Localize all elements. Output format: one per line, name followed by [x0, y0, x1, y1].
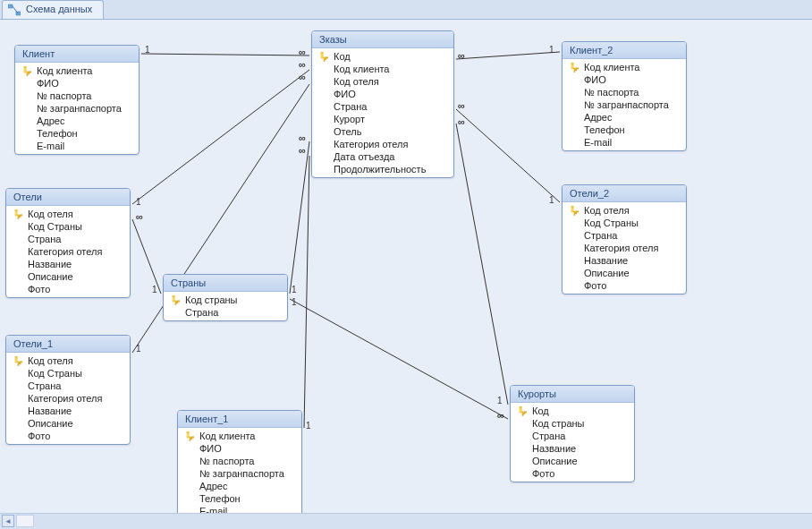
field[interactable]: Адрес — [178, 480, 301, 492]
table-title[interactable]: Клиент_2 — [562, 42, 686, 59]
rel-many: ∞ — [458, 50, 465, 61]
field[interactable]: Название — [6, 405, 130, 417]
field[interactable]: Код Страны — [6, 220, 130, 233]
field[interactable]: Описание — [511, 455, 634, 467]
field[interactable]: Страна — [6, 233, 130, 245]
field[interactable]: Код отеля — [312, 75, 453, 88]
field-pk[interactable]: Код страны — [164, 294, 287, 306]
field[interactable]: ФИО — [312, 88, 453, 100]
table-title[interactable]: Отели_2 — [562, 185, 686, 202]
table-strany[interactable]: СтраныКод страныСтрана — [163, 274, 288, 321]
field[interactable]: Код страны — [511, 417, 634, 430]
field[interactable]: № загранпаспорта — [562, 98, 686, 111]
rel-many: ∞ — [458, 116, 465, 127]
field[interactable]: Название — [511, 442, 634, 455]
field[interactable]: Отель — [312, 125, 453, 138]
field-list: Код отеляКод СтраныСтранаКатегория отеля… — [562, 202, 686, 294]
field-pk[interactable]: Код клиента — [15, 64, 139, 77]
table-title[interactable]: Клиент_1 — [178, 411, 301, 428]
field[interactable]: Адрес — [562, 111, 686, 124]
table-oteli2[interactable]: Отели_2Код отеляКод СтраныСтранаКатегори… — [562, 184, 687, 294]
field[interactable]: № загранпаспорта — [15, 102, 139, 115]
field[interactable]: Категория отеля — [562, 242, 686, 254]
field[interactable]: Курорт — [312, 113, 453, 125]
field[interactable]: Код Страны — [562, 217, 686, 229]
field[interactable]: Телефон — [562, 124, 686, 136]
table-klient[interactable]: КлиентКод клиентаФИО№ паспорта№ загранпа… — [14, 45, 140, 155]
table-klient2[interactable]: Клиент_2Код клиентаФИО№ паспорта№ загран… — [562, 41, 687, 151]
tab-relationships[interactable]: Схема данных — [2, 0, 104, 19]
field[interactable]: Код клиента — [312, 63, 453, 75]
field[interactable]: Категория отеля — [6, 392, 130, 405]
scroll-left-button[interactable]: ◄ — [2, 515, 14, 527]
field[interactable]: Страна — [6, 380, 130, 392]
field[interactable]: Фото — [6, 283, 130, 295]
field[interactable]: Телефон — [15, 127, 139, 140]
field-pk[interactable]: Код клиента — [562, 61, 686, 73]
rel-many: ∞ — [458, 100, 465, 111]
field[interactable]: E-mail — [15, 140, 139, 152]
rel-one: 1 — [549, 195, 554, 205]
rel-one: 1 — [145, 45, 150, 55]
field[interactable]: Описание — [562, 267, 686, 279]
rel-many: ∞ — [299, 132, 306, 143]
field[interactable]: Страна — [511, 430, 634, 442]
table-title[interactable]: Клиент — [15, 46, 139, 63]
table-zakazy[interactable]: ЗказыКодКод клиентаКод отеляФИОСтранаКур… — [311, 30, 454, 178]
field-pk[interactable]: Код — [312, 50, 453, 63]
field[interactable]: Фото — [6, 430, 130, 442]
table-oteli[interactable]: ОтелиКод отеляКод СтраныСтранаКатегория … — [5, 188, 131, 298]
table-klient1[interactable]: Клиент_1Код клиентаФИО№ паспорта№ загран… — [177, 410, 302, 520]
relationships-icon — [8, 4, 21, 16]
field[interactable]: Описание — [6, 270, 130, 283]
table-title[interactable]: Отели_1 — [6, 336, 130, 353]
field[interactable]: ФИО — [562, 73, 686, 86]
field[interactable]: Описание — [6, 417, 130, 430]
scroll-track[interactable] — [16, 515, 34, 527]
rel-one: 1 — [136, 344, 141, 354]
field-pk[interactable]: Код отеля — [6, 354, 130, 367]
field[interactable]: Код Страны — [6, 367, 130, 380]
table-title[interactable]: Страны — [164, 275, 287, 292]
field[interactable]: E-mail — [562, 136, 686, 149]
field[interactable]: Название — [562, 254, 686, 267]
field[interactable]: Продолжительность — [312, 163, 453, 175]
table-title[interactable]: Зказы — [312, 31, 453, 48]
field-pk[interactable]: Код отеля — [6, 208, 130, 220]
field[interactable]: ФИО — [15, 77, 139, 90]
field[interactable]: Фото — [511, 467, 634, 480]
field[interactable]: № паспорта — [15, 90, 139, 102]
field-pk[interactable]: Код — [511, 405, 634, 417]
field[interactable]: Дата отъезда — [312, 150, 453, 163]
field[interactable]: Страна — [562, 229, 686, 242]
field[interactable]: ФИО — [178, 442, 301, 455]
field[interactable]: Фото — [562, 279, 686, 292]
table-kurorty[interactable]: КурортыКодКод страныСтранаНазваниеОписан… — [510, 385, 635, 482]
field-pk[interactable]: Код отеля — [562, 204, 686, 217]
field[interactable]: № загранпаспорта — [178, 467, 301, 480]
field-pk[interactable]: Код клиента — [178, 430, 301, 442]
field-list: Код страныСтрана — [164, 292, 287, 320]
rel-many: ∞ — [497, 410, 504, 421]
field[interactable]: Категория отеля — [6, 245, 130, 258]
field[interactable]: № паспорта — [178, 455, 301, 467]
table-title[interactable]: Курорты — [511, 386, 634, 403]
field[interactable]: Телефон — [178, 492, 301, 505]
rel-many: ∞ — [299, 59, 306, 70]
field[interactable]: Адрес — [15, 115, 139, 127]
rel-many: ∞ — [299, 47, 306, 57]
field-list: КодКод страныСтранаНазваниеОписаниеФото — [511, 403, 634, 482]
rel-one: 1 — [549, 45, 554, 55]
rel-one: 1 — [136, 197, 141, 207]
table-title[interactable]: Отели — [6, 189, 130, 206]
field[interactable]: Страна — [164, 306, 287, 319]
field[interactable]: Название — [6, 258, 130, 270]
field-list: Код отеляКод СтраныСтранаКатегория отеля… — [6, 353, 130, 444]
field-list: Код клиентаФИО№ паспорта№ загранпаспорта… — [562, 59, 686, 150]
table-oteli1[interactable]: Отели_1Код отеляКод СтраныСтранаКатегори… — [5, 335, 131, 445]
field[interactable]: Страна — [312, 100, 453, 113]
relationships-canvas[interactable]: 1 ∞ ∞ ∞ ∞ ∞ 1 ∞ ∞ ∞ 1 ∞ 1 1 1 1 1 1 1 ∞ … — [0, 20, 812, 513]
rel-many: ∞ — [299, 72, 306, 82]
field[interactable]: Категория отеля — [312, 138, 453, 150]
field[interactable]: № паспорта — [562, 86, 686, 98]
